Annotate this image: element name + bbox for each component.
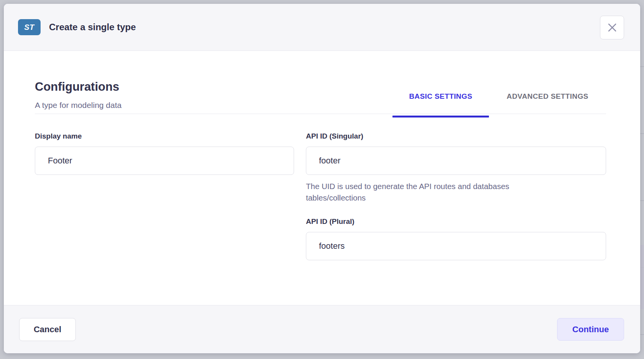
modal-title: Create a single type (49, 22, 136, 33)
display-name-input[interactable] (35, 147, 294, 175)
tab-advanced-settings-label: ADVANCED SETTINGS (507, 92, 588, 100)
display-name-label: Display name (35, 132, 294, 140)
tab-advanced-settings[interactable]: ADVANCED SETTINGS (489, 92, 606, 116)
display-name-field-group: Display name (35, 132, 294, 260)
api-id-singular-helper: The UID is used to generate the API rout… (306, 181, 555, 204)
configuration-form: Display name API ID (Singular) The UID i… (35, 132, 606, 260)
modal-footer: Cancel Continue (4, 305, 640, 353)
modal-body: Configurations A type for modeling data … (4, 51, 640, 305)
api-id-plural-field-group: API ID (Plural) (306, 217, 606, 260)
api-id-plural-label: API ID (Plural) (306, 217, 606, 226)
active-tab-underline (392, 116, 489, 117)
cancel-button[interactable]: Cancel (19, 318, 76, 341)
single-type-icon: ST (18, 19, 41, 35)
section-subheading: A type for modeling data (35, 101, 121, 110)
create-single-type-modal: ST Create a single type Configurations A… (4, 4, 640, 353)
tab-basic-settings-label: BASIC SETTINGS (409, 92, 472, 100)
api-id-plural-input[interactable] (306, 232, 606, 260)
api-id-singular-label: API ID (Singular) (306, 132, 606, 140)
close-button[interactable] (600, 16, 624, 39)
api-id-singular-input[interactable] (306, 147, 606, 175)
continue-button[interactable]: Continue (557, 318, 624, 341)
close-icon (607, 23, 617, 33)
single-type-icon-label: ST (24, 23, 34, 32)
section-heading: Configurations (35, 80, 119, 94)
settings-tabs: BASIC SETTINGS ADVANCED SETTINGS (392, 92, 606, 116)
modal-header: ST Create a single type (4, 4, 640, 51)
tab-basic-settings[interactable]: BASIC SETTINGS (392, 92, 489, 116)
api-id-field-group: API ID (Singular) The UID is used to gen… (306, 132, 606, 260)
